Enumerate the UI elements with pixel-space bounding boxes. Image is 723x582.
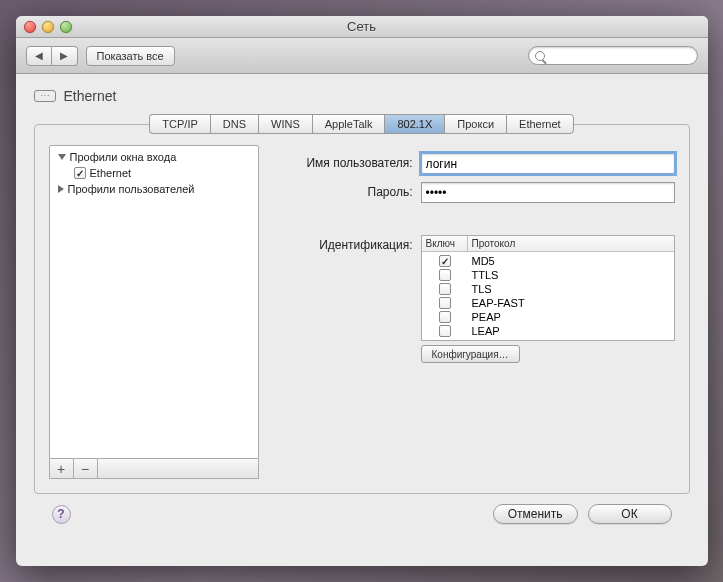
add-profile-button[interactable]: +: [50, 459, 74, 478]
content-area: Ethernet TCP/IPDNSWINSAppleTalk802.1XПро…: [16, 74, 708, 566]
profile-group-label: Профили окна входа: [70, 151, 177, 163]
disclosure-triangle-icon[interactable]: [58, 185, 64, 193]
profile-list-footer: + −: [49, 459, 259, 479]
profile-list[interactable]: Профили окна входа Ethernet Профили поль…: [49, 145, 259, 459]
close-button[interactable]: [24, 21, 36, 33]
tabs: TCP/IPDNSWINSAppleTalk802.1XПроксиEthern…: [34, 114, 690, 134]
tab-8021x[interactable]: 802.1X: [384, 114, 444, 134]
protocol-table-header: Включ Протокол: [422, 236, 674, 252]
protocol-row[interactable]: EAP-FAST: [422, 296, 674, 310]
profile-group-user[interactable]: Профили пользователей: [50, 181, 258, 197]
password-input[interactable]: [421, 182, 675, 203]
cancel-button[interactable]: Отменить: [493, 504, 578, 524]
username-label: Имя пользователя:: [275, 153, 413, 170]
toolbar: ◀ ▶ Показать все: [16, 38, 708, 74]
preferences-window: Сеть ◀ ▶ Показать все Ethernet TCP/IPDNS…: [16, 16, 708, 566]
back-button[interactable]: ◀: [26, 46, 52, 66]
column-enabled[interactable]: Включ: [422, 236, 468, 251]
protocol-row[interactable]: MD5: [422, 254, 674, 268]
tab-appletalk[interactable]: AppleTalk: [312, 114, 385, 134]
titlebar: Сеть: [16, 16, 708, 38]
breadcrumb: Ethernet: [34, 88, 690, 104]
profile-group-label: Профили пользователей: [68, 183, 195, 195]
search-icon: [535, 51, 545, 61]
profile-group-login-window[interactable]: Профили окна входа: [50, 149, 258, 165]
protocol-name: TTLS: [468, 269, 674, 281]
remove-profile-button[interactable]: −: [74, 459, 98, 478]
protocol-checkbox[interactable]: [439, 269, 451, 281]
protocol-row[interactable]: TLS: [422, 282, 674, 296]
disclosure-triangle-icon[interactable]: [58, 154, 66, 160]
zoom-button[interactable]: [60, 21, 72, 33]
identification-row: Идентификация: Включ Протокол MD5TTLSTLS…: [275, 235, 675, 363]
ok-button[interactable]: ОК: [588, 504, 672, 524]
breadcrumb-interface: Ethernet: [64, 88, 117, 104]
protocol-name: TLS: [468, 283, 674, 295]
ethernet-icon: [34, 90, 56, 102]
protocol-table[interactable]: Включ Протокол MD5TTLSTLSEAP-FASTPEAPLEA…: [421, 235, 675, 341]
protocol-checkbox[interactable]: [439, 325, 451, 337]
password-row: Пароль:: [275, 182, 675, 203]
profile-checkbox[interactable]: [74, 167, 86, 179]
column-protocol[interactable]: Протокол: [468, 236, 674, 251]
tab-wins[interactable]: WINS: [258, 114, 312, 134]
tab-dns[interactable]: DNS: [210, 114, 258, 134]
protocol-name: PEAP: [468, 311, 674, 323]
protocol-name: LEAP: [468, 325, 674, 337]
protocol-row[interactable]: PEAP: [422, 310, 674, 324]
profiles-sidebar: Профили окна входа Ethernet Профили поль…: [49, 145, 259, 479]
configuration-button[interactable]: Конфигурация…: [421, 345, 520, 363]
traffic-lights: [24, 21, 72, 33]
nav-buttons: ◀ ▶: [26, 46, 78, 66]
tab-ethernet[interactable]: Ethernet: [506, 114, 574, 134]
username-input[interactable]: [421, 153, 675, 174]
profile-item-ethernet[interactable]: Ethernet: [50, 165, 258, 181]
protocol-table-body: MD5TTLSTLSEAP-FASTPEAPLEAP: [422, 252, 674, 340]
forward-button[interactable]: ▶: [52, 46, 78, 66]
show-all-button[interactable]: Показать все: [86, 46, 175, 66]
protocol-checkbox[interactable]: [439, 311, 451, 323]
protocol-checkbox[interactable]: [439, 283, 451, 295]
identification-label: Идентификация:: [275, 235, 413, 252]
protocol-checkbox[interactable]: [439, 297, 451, 309]
protocol-name: MD5: [468, 255, 674, 267]
username-row: Имя пользователя:: [275, 153, 675, 174]
protocol-name: EAP-FAST: [468, 297, 674, 309]
protocol-row[interactable]: TTLS: [422, 268, 674, 282]
settings-panel: Профили окна входа Ethernet Профили поль…: [34, 124, 690, 494]
search-input[interactable]: [528, 46, 698, 65]
password-label: Пароль:: [275, 182, 413, 199]
help-button[interactable]: ?: [52, 505, 71, 524]
window-title: Сеть: [16, 19, 708, 34]
tab-[interactable]: Прокси: [444, 114, 506, 134]
form: Имя пользователя: Пароль: Идентификация:…: [275, 145, 675, 479]
footer: ? Отменить ОК: [34, 494, 690, 524]
profile-item-label: Ethernet: [90, 167, 132, 179]
protocol-row[interactable]: LEAP: [422, 324, 674, 338]
tab-tcpip[interactable]: TCP/IP: [149, 114, 209, 134]
protocol-checkbox[interactable]: [439, 255, 451, 267]
minimize-button[interactable]: [42, 21, 54, 33]
